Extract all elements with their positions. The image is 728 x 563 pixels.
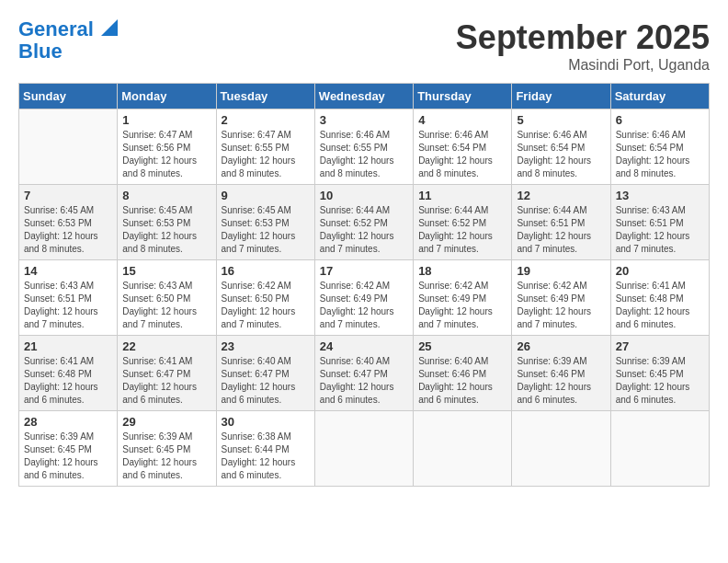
calendar-cell: 30Sunrise: 6:38 AMSunset: 6:44 PMDayligh… — [216, 411, 314, 487]
calendar-cell: 16Sunrise: 6:42 AMSunset: 6:50 PMDayligh… — [216, 260, 314, 336]
day-number: 21 — [24, 339, 112, 353]
day-number: 19 — [517, 264, 605, 278]
calendar-cell — [512, 411, 610, 487]
day-number: 5 — [517, 113, 605, 127]
day-info: Sunrise: 6:39 AMSunset: 6:46 PMDaylight:… — [517, 355, 605, 407]
day-info: Sunrise: 6:43 AMSunset: 6:51 PMDaylight:… — [24, 280, 112, 331]
calendar-week-row: 1Sunrise: 6:47 AMSunset: 6:56 PMDaylight… — [19, 109, 710, 185]
day-number: 17 — [320, 264, 408, 278]
logo: General Blue — [18, 18, 118, 63]
calendar-cell: 10Sunrise: 6:44 AMSunset: 6:52 PMDayligh… — [314, 185, 413, 260]
day-number: 6 — [616, 113, 704, 127]
calendar-cell: 13Sunrise: 6:43 AMSunset: 6:51 PMDayligh… — [610, 185, 709, 260]
calendar-cell — [314, 411, 413, 487]
calendar-cell: 4Sunrise: 6:46 AMSunset: 6:54 PMDaylight… — [414, 109, 512, 185]
calendar-week-row: 14Sunrise: 6:43 AMSunset: 6:51 PMDayligh… — [19, 260, 710, 336]
day-number: 27 — [616, 339, 704, 353]
day-info: Sunrise: 6:46 AMSunset: 6:54 PMDaylight:… — [418, 129, 506, 180]
calendar-cell — [414, 411, 512, 487]
day-number: 25 — [418, 339, 506, 353]
day-number: 12 — [517, 189, 605, 202]
calendar-cell: 3Sunrise: 6:46 AMSunset: 6:55 PMDaylight… — [314, 109, 413, 185]
day-info: Sunrise: 6:41 AMSunset: 6:48 PMDaylight:… — [616, 280, 704, 331]
day-info: Sunrise: 6:45 AMSunset: 6:53 PMDaylight:… — [222, 204, 310, 256]
day-info: Sunrise: 6:43 AMSunset: 6:51 PMDaylight:… — [616, 204, 704, 256]
day-info: Sunrise: 6:38 AMSunset: 6:44 PMDaylight:… — [222, 431, 310, 482]
day-header-wednesday: Wednesday — [314, 84, 413, 109]
day-number: 30 — [222, 415, 310, 429]
day-info: Sunrise: 6:42 AMSunset: 6:49 PMDaylight:… — [517, 280, 605, 331]
day-number: 29 — [122, 415, 210, 429]
calendar-cell: 24Sunrise: 6:40 AMSunset: 6:47 PMDayligh… — [314, 336, 413, 411]
calendar-week-row: 21Sunrise: 6:41 AMSunset: 6:48 PMDayligh… — [19, 336, 710, 411]
calendar-cell: 28Sunrise: 6:39 AMSunset: 6:45 PMDayligh… — [19, 411, 118, 487]
day-number: 4 — [418, 113, 506, 127]
day-number: 28 — [24, 415, 112, 429]
day-number: 13 — [616, 189, 704, 202]
calendar-cell: 26Sunrise: 6:39 AMSunset: 6:46 PMDayligh… — [512, 336, 610, 411]
day-info: Sunrise: 6:46 AMSunset: 6:55 PMDaylight:… — [320, 129, 408, 180]
day-number: 26 — [517, 339, 605, 353]
day-number: 11 — [418, 189, 506, 202]
calendar-cell: 2Sunrise: 6:47 AMSunset: 6:55 PMDaylight… — [216, 109, 314, 185]
day-info: Sunrise: 6:39 AMSunset: 6:45 PMDaylight:… — [122, 431, 210, 482]
day-info: Sunrise: 6:39 AMSunset: 6:45 PMDaylight:… — [616, 355, 704, 407]
title-block: September 2025 Masindi Port, Uganda — [456, 18, 710, 74]
logo-icon — [101, 19, 118, 36]
calendar-cell: 12Sunrise: 6:44 AMSunset: 6:51 PMDayligh… — [512, 185, 610, 260]
day-info: Sunrise: 6:39 AMSunset: 6:45 PMDaylight:… — [24, 431, 112, 482]
day-number: 10 — [320, 189, 408, 202]
calendar-header-row: SundayMondayTuesdayWednesdayThursdayFrid… — [19, 84, 710, 109]
calendar-cell: 27Sunrise: 6:39 AMSunset: 6:45 PMDayligh… — [610, 336, 709, 411]
calendar-cell: 22Sunrise: 6:41 AMSunset: 6:47 PMDayligh… — [118, 336, 216, 411]
day-info: Sunrise: 6:44 AMSunset: 6:51 PMDaylight:… — [517, 204, 605, 256]
day-number: 7 — [24, 189, 112, 202]
day-number: 14 — [24, 264, 112, 278]
calendar-cell: 19Sunrise: 6:42 AMSunset: 6:49 PMDayligh… — [512, 260, 610, 336]
calendar-cell — [610, 411, 709, 487]
calendar-cell: 7Sunrise: 6:45 AMSunset: 6:53 PMDaylight… — [19, 185, 118, 260]
calendar-cell: 9Sunrise: 6:45 AMSunset: 6:53 PMDaylight… — [216, 185, 314, 260]
day-info: Sunrise: 6:41 AMSunset: 6:48 PMDaylight:… — [24, 355, 112, 407]
day-number: 24 — [320, 339, 408, 353]
day-header-friday: Friday — [512, 84, 610, 109]
day-info: Sunrise: 6:45 AMSunset: 6:53 PMDaylight:… — [24, 204, 112, 256]
calendar-cell: 8Sunrise: 6:45 AMSunset: 6:53 PMDaylight… — [118, 185, 216, 260]
calendar-cell: 5Sunrise: 6:46 AMSunset: 6:54 PMDaylight… — [512, 109, 610, 185]
day-info: Sunrise: 6:45 AMSunset: 6:53 PMDaylight:… — [122, 204, 210, 256]
day-number: 1 — [122, 113, 210, 127]
day-number: 9 — [222, 189, 310, 202]
day-number: 22 — [122, 339, 210, 353]
day-number: 23 — [222, 339, 310, 353]
day-header-monday: Monday — [118, 84, 216, 109]
day-header-saturday: Saturday — [610, 84, 709, 109]
logo-line2: Blue — [18, 40, 118, 63]
calendar-cell: 15Sunrise: 6:43 AMSunset: 6:50 PMDayligh… — [118, 260, 216, 336]
calendar-week-row: 28Sunrise: 6:39 AMSunset: 6:45 PMDayligh… — [19, 411, 710, 487]
day-number: 3 — [320, 113, 408, 127]
calendar-cell: 17Sunrise: 6:42 AMSunset: 6:49 PMDayligh… — [314, 260, 413, 336]
calendar-cell: 18Sunrise: 6:42 AMSunset: 6:49 PMDayligh… — [414, 260, 512, 336]
logo-text: General — [18, 18, 118, 40]
day-info: Sunrise: 6:40 AMSunset: 6:47 PMDaylight:… — [320, 355, 408, 407]
day-info: Sunrise: 6:43 AMSunset: 6:50 PMDaylight:… — [122, 280, 210, 331]
page-header: General Blue September 2025 Masindi Port… — [18, 18, 710, 74]
day-number: 15 — [122, 264, 210, 278]
day-header-thursday: Thursday — [414, 84, 512, 109]
day-info: Sunrise: 6:47 AMSunset: 6:55 PMDaylight:… — [222, 129, 310, 180]
calendar-cell: 1Sunrise: 6:47 AMSunset: 6:56 PMDaylight… — [118, 109, 216, 185]
calendar-cell — [19, 109, 118, 185]
day-header-tuesday: Tuesday — [216, 84, 314, 109]
day-info: Sunrise: 6:40 AMSunset: 6:46 PMDaylight:… — [418, 355, 506, 407]
day-number: 20 — [616, 264, 704, 278]
day-number: 18 — [418, 264, 506, 278]
calendar-week-row: 7Sunrise: 6:45 AMSunset: 6:53 PMDaylight… — [19, 185, 710, 260]
calendar-cell: 20Sunrise: 6:41 AMSunset: 6:48 PMDayligh… — [610, 260, 709, 336]
calendar-cell: 6Sunrise: 6:46 AMSunset: 6:54 PMDaylight… — [610, 109, 709, 185]
calendar-cell: 11Sunrise: 6:44 AMSunset: 6:52 PMDayligh… — [414, 185, 512, 260]
day-info: Sunrise: 6:40 AMSunset: 6:47 PMDaylight:… — [222, 355, 310, 407]
calendar-cell: 14Sunrise: 6:43 AMSunset: 6:51 PMDayligh… — [19, 260, 118, 336]
day-info: Sunrise: 6:42 AMSunset: 6:49 PMDaylight:… — [320, 280, 408, 331]
calendar-cell: 25Sunrise: 6:40 AMSunset: 6:46 PMDayligh… — [414, 336, 512, 411]
day-info: Sunrise: 6:42 AMSunset: 6:50 PMDaylight:… — [222, 280, 310, 331]
